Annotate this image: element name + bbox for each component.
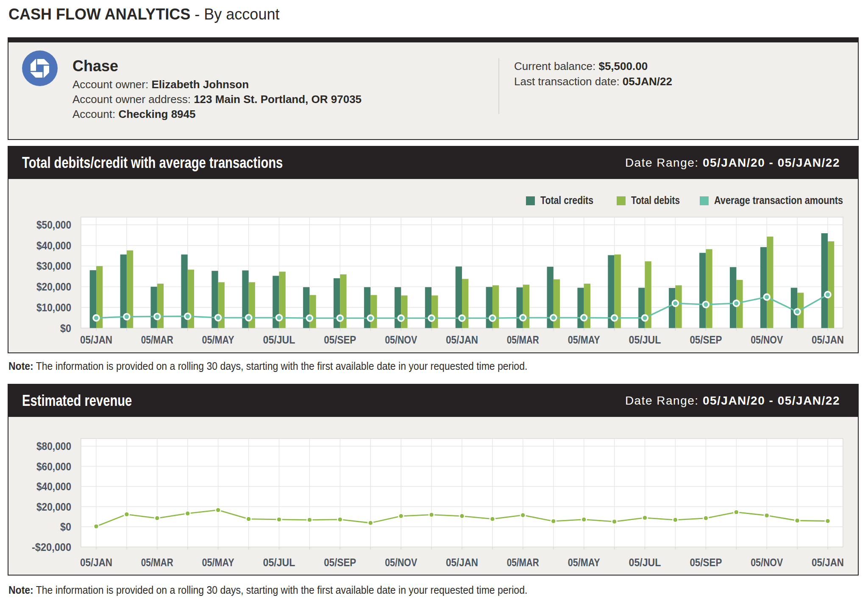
svg-text:$30,000: $30,000 bbox=[36, 260, 71, 272]
svg-text:05/MAY: 05/MAY bbox=[202, 333, 234, 346]
svg-text:Average transaction amounts: Average transaction amounts bbox=[714, 194, 843, 207]
svg-text:$10,000: $10,000 bbox=[36, 301, 71, 314]
svg-text:$40,000: $40,000 bbox=[36, 480, 71, 493]
svg-text:05/MAR: 05/MAR bbox=[507, 556, 539, 569]
svg-text:05/MAY: 05/MAY bbox=[202, 556, 234, 569]
svg-text:05/JUL: 05/JUL bbox=[263, 333, 295, 346]
svg-text:05/SEP: 05/SEP bbox=[324, 333, 356, 346]
svg-text:05/JUL: 05/JUL bbox=[629, 333, 661, 346]
svg-text:05/SEP: 05/SEP bbox=[324, 556, 356, 569]
svg-text:05/NOV: 05/NOV bbox=[385, 556, 417, 569]
svg-text:05/SEP: 05/SEP bbox=[690, 333, 722, 346]
svg-text:Total credits: Total credits bbox=[540, 194, 593, 207]
svg-text:$40,000: $40,000 bbox=[36, 239, 71, 252]
svg-text:Total debits: Total debits bbox=[631, 194, 680, 207]
svg-text:05/JAN: 05/JAN bbox=[446, 333, 478, 346]
svg-text:$20,000: $20,000 bbox=[36, 500, 71, 513]
svg-text:$0: $0 bbox=[60, 322, 71, 335]
svg-text:$20,000: $20,000 bbox=[36, 280, 71, 293]
svg-text:$80,000: $80,000 bbox=[36, 440, 71, 453]
svg-text:05/JAN: 05/JAN bbox=[812, 556, 844, 569]
svg-text:05/MAY: 05/MAY bbox=[568, 333, 600, 346]
svg-text:05/MAR: 05/MAR bbox=[141, 556, 173, 569]
svg-text:05/MAR: 05/MAR bbox=[141, 333, 173, 346]
svg-text:05/NOV: 05/NOV bbox=[385, 333, 417, 346]
svg-text:-$20,000: -$20,000 bbox=[32, 541, 71, 553]
svg-text:$0: $0 bbox=[60, 520, 71, 533]
svg-text:$60,000: $60,000 bbox=[36, 460, 71, 473]
svg-text:05/JUL: 05/JUL bbox=[629, 556, 661, 569]
svg-text:05/NOV: 05/NOV bbox=[751, 333, 783, 346]
svg-text:05/JAN: 05/JAN bbox=[446, 556, 478, 569]
svg-text:05/JUL: 05/JUL bbox=[263, 556, 295, 569]
svg-text:05/JAN: 05/JAN bbox=[80, 333, 112, 346]
svg-text:05/NOV: 05/NOV bbox=[751, 556, 783, 569]
svg-text:05/JAN: 05/JAN bbox=[80, 556, 112, 569]
svg-text:05/SEP: 05/SEP bbox=[690, 556, 722, 569]
svg-text:05/MAY: 05/MAY bbox=[568, 556, 600, 569]
svg-text:05/MAR: 05/MAR bbox=[507, 333, 539, 346]
svg-text:05/JAN: 05/JAN bbox=[812, 333, 844, 346]
svg-text:$50,000: $50,000 bbox=[36, 218, 71, 231]
